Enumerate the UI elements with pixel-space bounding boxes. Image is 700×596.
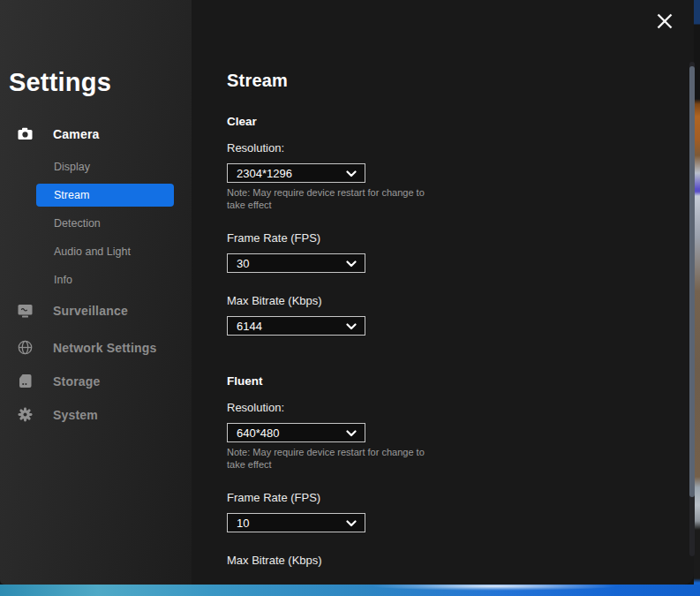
sidebar-item-label: Storage xyxy=(53,374,101,389)
clear-resolution-select[interactable]: 2304*1296 xyxy=(227,163,365,183)
clear-resolution-value: 2304*1296 xyxy=(237,167,292,180)
scrollbar-track[interactable] xyxy=(689,62,695,556)
page-title: Settings xyxy=(9,67,192,97)
fluent-frame-rate-select[interactable]: 10 xyxy=(227,513,365,532)
close-button[interactable] xyxy=(653,11,676,34)
close-icon xyxy=(657,13,673,32)
stream-settings-content: Stream Clear Resolution: 2304*1296 Note:… xyxy=(192,71,694,567)
clear-max-bitrate-select[interactable]: 6144 xyxy=(227,316,365,336)
fluent-resolution-value: 640*480 xyxy=(237,426,279,440)
globe-icon xyxy=(18,340,33,355)
background-app-sliver xyxy=(694,0,700,596)
sidebar-item-detection[interactable]: Detection xyxy=(36,212,174,235)
camera-subnav: Display Stream Detection Audio and Light… xyxy=(36,155,192,291)
chevron-down-icon xyxy=(346,260,357,268)
chevron-down-icon xyxy=(346,430,357,437)
sidebar-item-info[interactable]: Info xyxy=(36,268,174,291)
camera-icon xyxy=(18,126,33,141)
sidebar-item-storage[interactable]: Storage xyxy=(0,373,192,389)
sidebar-item-label: Network Settings xyxy=(53,341,157,355)
fluent-frame-rate-value: 10 xyxy=(237,517,249,530)
chevron-down-icon xyxy=(346,520,357,527)
chevron-down-icon xyxy=(346,323,357,330)
sidebar-item-display[interactable]: Display xyxy=(36,155,174,178)
fluent-resolution-label: Resolution: xyxy=(227,401,694,414)
panel-title: Stream xyxy=(227,71,694,91)
clear-frame-rate-value: 30 xyxy=(237,257,249,270)
clear-resolution-label: Resolution: xyxy=(227,141,694,155)
fluent-section-heading: Fluent xyxy=(227,375,694,388)
chevron-down-icon xyxy=(346,170,357,177)
sidebar-item-audio-and-light[interactable]: Audio and Light xyxy=(36,240,174,263)
clear-resolution-note: Note: May require device restart for cha… xyxy=(227,186,437,211)
sidebar-item-label: Camera xyxy=(53,127,100,141)
sidebar-item-label: Surveillance xyxy=(53,304,128,318)
clear-max-bitrate-label: Max Bitrate (Kbps) xyxy=(227,294,694,307)
sd-card-icon xyxy=(18,373,33,389)
stream-settings-panel: Stream Clear Resolution: 2304*1296 Note:… xyxy=(192,0,694,585)
sidebar-item-label: System xyxy=(53,408,98,422)
monitor-icon xyxy=(18,303,33,318)
background-bottom-strip xyxy=(0,585,700,596)
sidebar-item-network-settings[interactable]: Network Settings xyxy=(0,340,192,355)
fluent-resolution-note: Note: May require device restart for cha… xyxy=(227,446,437,471)
sidebar-item-surveillance[interactable]: Surveillance xyxy=(0,303,192,318)
fluent-resolution-select[interactable]: 640*480 xyxy=(227,423,365,442)
scrollbar-thumb[interactable] xyxy=(689,66,695,497)
clear-max-bitrate-value: 6144 xyxy=(237,320,262,333)
fluent-max-bitrate-label: Max Bitrate (Kbps) xyxy=(227,554,694,567)
sidebar-item-stream[interactable]: Stream xyxy=(36,184,174,207)
gear-icon xyxy=(18,407,33,422)
sidebar-item-system[interactable]: System xyxy=(0,407,192,422)
settings-window: Settings Camera Display Stream Detection… xyxy=(0,0,700,596)
settings-sidebar: Settings Camera Display Stream Detection… xyxy=(0,0,192,585)
clear-frame-rate-label: Frame Rate (FPS) xyxy=(227,231,694,245)
sidebar-item-camera[interactable]: Camera xyxy=(0,126,192,141)
clear-section-heading: Clear xyxy=(227,116,694,128)
clear-frame-rate-select[interactable]: 30 xyxy=(227,253,365,273)
fluent-frame-rate-label: Frame Rate (FPS) xyxy=(227,491,694,504)
